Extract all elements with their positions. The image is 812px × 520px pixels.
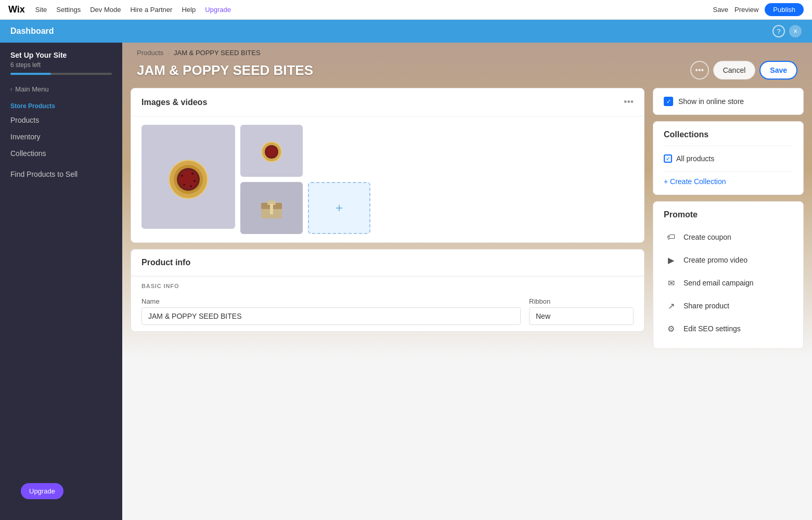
top-bar: Wix Site Settings Dev Mode Hire a Partne… [0, 0, 812, 20]
top-publish-button[interactable]: Publish [765, 3, 804, 16]
top-bar-right: Save Preview Publish [713, 3, 804, 16]
top-bar-nav: Site Settings Dev Mode Hire a Partner He… [35, 6, 231, 14]
wix-logo: Wix [8, 4, 25, 15]
nav-upgrade[interactable]: Upgrade [205, 6, 231, 14]
nav-settings[interactable]: Settings [56, 6, 81, 14]
nav-devmode[interactable]: Dev Mode [90, 6, 121, 14]
top-preview-button[interactable]: Preview [734, 6, 758, 14]
top-save-button[interactable]: Save [713, 6, 728, 14]
nav-help[interactable]: Help [182, 6, 196, 14]
nav-hire[interactable]: Hire a Partner [130, 6, 172, 14]
nav-site[interactable]: Site [35, 6, 47, 14]
